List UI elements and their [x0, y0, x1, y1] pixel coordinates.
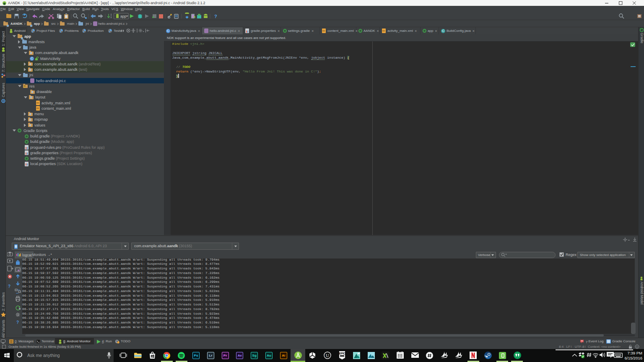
svg-text:?: ?: [214, 14, 217, 19]
svg-text:EPIC: EPIC: [339, 352, 345, 355]
svg-text:?: ?: [16, 320, 19, 325]
svg-text:app: app: [120, 14, 126, 18]
svg-text:U: U: [326, 353, 329, 358]
svg-text:?: ?: [8, 284, 10, 289]
